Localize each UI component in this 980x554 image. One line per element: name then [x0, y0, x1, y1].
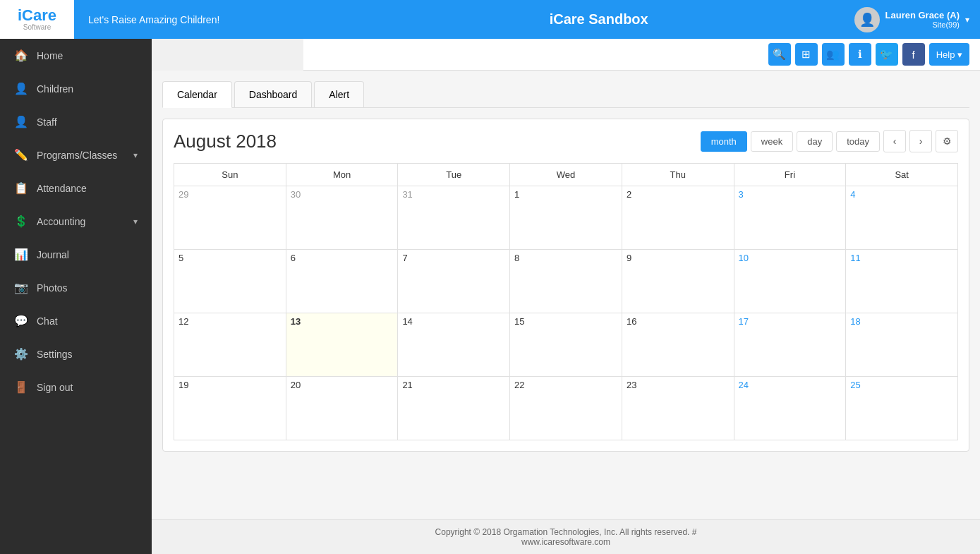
date-number: 6	[291, 253, 296, 263]
calendar-cell[interactable]: 31	[398, 186, 510, 250]
calendar-cell[interactable]: 4	[846, 186, 958, 250]
calendar-cell[interactable]: 13	[286, 313, 398, 377]
col-thu: Thu	[622, 164, 734, 186]
calendar-cell[interactable]: 24	[734, 377, 846, 440]
sidebar-label-photos: Photos	[37, 282, 68, 294]
tabs: Calendar Dashboard Alert	[162, 81, 969, 108]
calendar-cell[interactable]: 8	[510, 250, 622, 313]
programs-arrow: ▾	[133, 150, 138, 160]
date-number: 21	[402, 380, 412, 390]
calendar-settings-button[interactable]: ⚙	[936, 130, 958, 152]
date-number: 12	[179, 316, 188, 327]
calendar-cell[interactable]: 11	[846, 250, 958, 313]
twitter-button[interactable]: 🐦	[876, 43, 898, 66]
sidebar-item-chat[interactable]: 💬 Chat	[0, 304, 152, 337]
view-week-button[interactable]: week	[751, 131, 793, 152]
user-dropdown-arrow[interactable]: ▾	[965, 15, 969, 25]
sidebar-item-programs[interactable]: ✏️ Programs/Classes ▾	[0, 138, 152, 171]
calendar-cell[interactable]: 19	[174, 377, 286, 440]
calendar-cell[interactable]: 22	[510, 377, 622, 440]
view-month-button[interactable]: month	[701, 131, 747, 152]
date-number: 16	[627, 316, 636, 327]
sidebar-label-children: Children	[37, 83, 73, 95]
user-site: Site(99)	[885, 20, 960, 29]
calendar-cell[interactable]: 21	[398, 377, 510, 440]
date-number: 4	[850, 189, 855, 200]
calendar-cell[interactable]: 29	[174, 186, 286, 250]
calendar-cell[interactable]: 14	[398, 313, 510, 377]
user-info-header[interactable]: 👤 Lauren Grace (A) Site(99) ▾	[854, 7, 969, 32]
facebook-button[interactable]: f	[902, 43, 925, 66]
calendar-cell[interactable]: 7	[398, 250, 510, 313]
sidebar-label-staff: Staff	[37, 116, 57, 128]
date-number: 31	[402, 189, 412, 200]
tab-calendar[interactable]: Calendar	[162, 81, 232, 108]
footer-line1: Copyright © 2018 Orgamation Technologies…	[159, 527, 973, 537]
sidebar-item-attendance[interactable]: 📋 Attendance	[0, 171, 152, 205]
users-button[interactable]: 👥	[822, 43, 845, 66]
sidebar-label-accounting: Accounting	[37, 216, 85, 227]
calendar-cell[interactable]: 3	[734, 186, 846, 250]
avatar: 👤	[854, 7, 880, 32]
calendar-cell[interactable]: 20	[286, 377, 398, 440]
calendar-cell[interactable]: 1	[510, 186, 622, 250]
date-number: 30	[291, 189, 301, 200]
calendar-header: August 2018 month week day today ‹ › ⚙	[174, 130, 958, 152]
tab-alert[interactable]: Alert	[314, 81, 364, 107]
date-number: 24	[739, 380, 749, 390]
tab-dashboard[interactable]: Dashboard	[234, 81, 313, 107]
sidebar-item-settings[interactable]: ⚙️ Settings	[0, 337, 152, 371]
sidebar-item-home[interactable]: 🏠 Home	[0, 39, 152, 72]
calendar-cell[interactable]: 18	[846, 313, 958, 377]
help-button[interactable]: Help ▾	[929, 43, 969, 66]
grid-button[interactable]: ⊞	[795, 43, 818, 66]
calendar-cell[interactable]: 30	[286, 186, 398, 250]
sidebar: 🏠 Home 👤 Children 👤 Staff ✏️ Programs/Cl…	[0, 39, 152, 554]
date-number: 11	[850, 253, 860, 263]
main-layout: 🏠 Home 👤 Children 👤 Staff ✏️ Programs/Cl…	[0, 39, 980, 554]
sidebar-item-staff[interactable]: 👤 Staff	[0, 105, 152, 138]
home-icon: 🏠	[14, 49, 28, 62]
calendar-cell[interactable]: 25	[846, 377, 958, 440]
date-number: 18	[850, 316, 860, 327]
sidebar-item-children[interactable]: 👤 Children	[0, 72, 152, 105]
calendar-cell[interactable]: 23	[622, 377, 734, 440]
calendar-cell[interactable]: 6	[286, 250, 398, 313]
chat-icon: 💬	[14, 314, 28, 327]
app-title: iCare Sandbox	[344, 11, 854, 28]
calendar-cell[interactable]: 10	[734, 250, 846, 313]
view-day-button[interactable]: day	[797, 131, 833, 152]
date-number: 2	[627, 189, 631, 200]
next-button[interactable]: ›	[909, 130, 932, 152]
calendar-cell[interactable]: 16	[622, 313, 734, 377]
logo-icare: iCare	[18, 8, 56, 23]
calendar-cell[interactable]: 15	[510, 313, 622, 377]
signout-icon: 🚪	[14, 380, 28, 394]
date-number: 29	[179, 189, 188, 200]
sidebar-item-signout[interactable]: 🚪 Sign out	[0, 371, 152, 404]
calendar-grid: Sun Mon Tue Wed Thu Fri Sat 29303112	[174, 163, 958, 440]
prev-button[interactable]: ‹	[883, 130, 906, 152]
staff-icon: 👤	[14, 115, 28, 128]
date-number: 14	[402, 316, 412, 327]
info-button[interactable]: ℹ	[849, 43, 871, 66]
today-button[interactable]: today	[836, 131, 880, 152]
accounting-arrow: ▾	[133, 217, 138, 227]
search-button[interactable]: 🔍	[768, 43, 791, 66]
calendar-cell[interactable]: 17	[734, 313, 846, 377]
calendar-scroll[interactable]: Sun Mon Tue Wed Thu Fri Sat 29303112	[174, 163, 958, 440]
sidebar-item-photos[interactable]: 📷 Photos	[0, 271, 152, 304]
date-number: 10	[739, 253, 749, 263]
sidebar-item-journal[interactable]: 📊 Journal	[0, 238, 152, 271]
icon-toolbar: 🔍 ⊞ 👥 ℹ 🐦 f Help ▾	[303, 39, 980, 71]
calendar-cell[interactable]: 9	[622, 250, 734, 313]
sidebar-item-accounting[interactable]: 💲 Accounting ▾	[0, 205, 152, 238]
calendar-cell[interactable]: 2	[622, 186, 734, 250]
calendar-cell[interactable]: 5	[174, 250, 286, 313]
date-number: 7	[402, 253, 407, 263]
footer-line2: www.icaresoftware.com	[159, 537, 973, 547]
user-details: Lauren Grace (A) Site(99)	[885, 10, 960, 29]
calendar-cell[interactable]: 12	[174, 313, 286, 377]
main-content: Calendar Dashboard Alert August 2018 mon…	[152, 71, 980, 519]
sidebar-label-attendance: Attendance	[37, 183, 87, 194]
